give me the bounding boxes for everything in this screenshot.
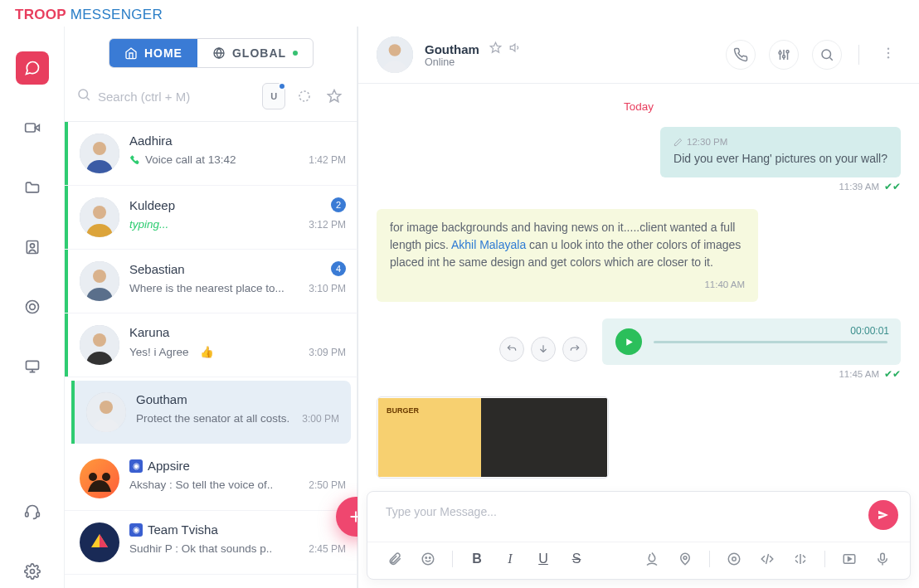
svg-point-15 xyxy=(93,206,106,219)
svg-point-40 xyxy=(732,557,737,561)
svg-point-17 xyxy=(93,270,106,283)
image-thumbnail xyxy=(378,398,607,477)
burnout-button[interactable] xyxy=(643,552,661,566)
nav-video[interactable] xyxy=(16,111,49,144)
nav-screen[interactable] xyxy=(16,350,49,383)
svg-point-10 xyxy=(79,90,88,99)
message-received[interactable]: for image backgrounds and having news on… xyxy=(377,209,758,302)
svg-point-22 xyxy=(89,473,97,481)
nav-activity[interactable] xyxy=(16,290,49,323)
code-button[interactable] xyxy=(758,552,776,566)
home-icon xyxy=(124,46,138,60)
date-separator: Today xyxy=(624,100,654,113)
message-meta: 11:39 AM ✔✔ xyxy=(660,181,901,192)
svg-point-33 xyxy=(887,52,889,54)
voice-progress[interactable] xyxy=(654,341,887,343)
conversation-item[interactable]: Karuna Yes! i Agree 👍 3:09 PM xyxy=(65,313,357,377)
image-message[interactable] xyxy=(377,396,609,479)
conversation-time: 3:12 PM xyxy=(309,219,346,231)
conversation-time: 2:50 PM xyxy=(309,479,346,491)
svg-rect-6 xyxy=(25,513,27,517)
read-ticks-icon: ✔✔ xyxy=(884,368,901,380)
svg-point-31 xyxy=(822,50,831,59)
mention[interactable]: Akhil Malayala xyxy=(451,238,526,251)
emoji-button[interactable] xyxy=(419,552,437,566)
avatar xyxy=(80,459,119,498)
chat-pane: Goutham Online Today xyxy=(358,27,919,588)
avatar xyxy=(86,392,126,432)
forward-button[interactable] xyxy=(562,337,587,362)
voice-message[interactable]: 00:00:01 xyxy=(602,318,901,365)
nav-settings[interactable] xyxy=(16,555,49,588)
unread-badge: 4 xyxy=(331,261,346,276)
tab-global-label: GLOBAL xyxy=(232,46,286,60)
unread-badge: 2 xyxy=(331,197,346,212)
tab-global[interactable]: GLOBAL xyxy=(197,39,313,67)
send-button[interactable] xyxy=(868,500,898,530)
call-button[interactable] xyxy=(726,40,756,70)
mic-button[interactable] xyxy=(873,552,892,566)
unread-filter-button[interactable]: U xyxy=(262,83,285,109)
nav-files[interactable] xyxy=(16,171,49,204)
play-button[interactable] xyxy=(615,328,642,355)
svg-point-13 xyxy=(93,142,106,155)
forkout-button[interactable] xyxy=(791,552,810,566)
svg-point-2 xyxy=(30,244,34,248)
conversation-item[interactable]: Aadhira Voice call at 13:42 1:42 PM xyxy=(65,122,357,186)
avatar xyxy=(80,522,119,562)
svg-rect-0 xyxy=(25,124,35,132)
group-icon: ◉ xyxy=(129,523,143,537)
record-button[interactable] xyxy=(725,552,743,566)
favorite-icon[interactable] xyxy=(489,42,502,56)
voice-duration: 00:00:01 xyxy=(850,325,889,337)
pencil-icon xyxy=(673,138,683,147)
conversation-preview: Sudhir P : Ok that sounds p.. xyxy=(129,542,272,555)
message-input[interactable] xyxy=(367,492,910,538)
svg-point-36 xyxy=(425,557,427,559)
call-icon xyxy=(129,154,141,166)
download-button[interactable] xyxy=(531,337,556,362)
conversation-item[interactable]: Kuldeep2 typing... 3:12 PM xyxy=(65,186,357,250)
nav-contacts[interactable] xyxy=(16,231,49,264)
conversation-time: 1:42 PM xyxy=(309,154,346,166)
svg-rect-42 xyxy=(881,553,885,560)
reply-button[interactable] xyxy=(499,337,524,362)
italic-button[interactable]: I xyxy=(501,552,519,566)
video-attach-button[interactable] xyxy=(840,552,858,566)
strikethrough-button[interactable]: S xyxy=(567,552,586,566)
conversation-name: Aadhira xyxy=(129,134,173,148)
nav-support[interactable] xyxy=(16,495,49,528)
svg-point-34 xyxy=(887,56,889,58)
avatar xyxy=(80,261,119,301)
global-status-dot xyxy=(293,51,298,56)
nav-chat[interactable] xyxy=(16,51,49,85)
attach-button[interactable] xyxy=(386,552,404,566)
more-button[interactable] xyxy=(876,46,901,64)
svg-marker-25 xyxy=(100,534,108,547)
svg-point-21 xyxy=(100,401,113,414)
settings-button[interactable] xyxy=(769,40,799,70)
conversation-preview: Where is the nearest place to... xyxy=(129,282,284,294)
search-chat-button[interactable] xyxy=(812,40,842,70)
message-sent[interactable]: 12:30 PM Did you ever Hang' pictures on … xyxy=(660,127,901,177)
conversation-item[interactable]: Sebastian4 Where is the nearest place to… xyxy=(65,250,357,313)
avatar xyxy=(80,134,119,173)
conversation-item[interactable]: ◉Team Tvisha Sudhir P : Ok that sounds p… xyxy=(65,511,357,575)
svg-point-35 xyxy=(422,553,434,565)
conversation-item[interactable]: Goutham Protect the senator at all costs… xyxy=(71,381,351,444)
conversation-preview: typing... xyxy=(129,218,168,231)
favorite-filter-button[interactable] xyxy=(323,83,346,109)
search-input[interactable] xyxy=(98,90,255,104)
filter-button[interactable] xyxy=(292,83,315,109)
bold-button[interactable]: B xyxy=(468,552,486,566)
conversation-item[interactable]: ◉Appsire Akshay : So tell the voice of..… xyxy=(65,447,357,511)
location-button[interactable] xyxy=(676,552,694,566)
conversation-preview: Yes! i Agree 👍 xyxy=(129,345,214,358)
underline-button[interactable]: U xyxy=(534,552,552,566)
tab-home[interactable]: HOME xyxy=(109,39,197,67)
svg-point-38 xyxy=(683,556,687,560)
group-icon: ◉ xyxy=(129,459,143,473)
mute-icon[interactable] xyxy=(509,42,522,56)
svg-point-28 xyxy=(779,51,781,54)
svg-point-37 xyxy=(430,557,431,559)
